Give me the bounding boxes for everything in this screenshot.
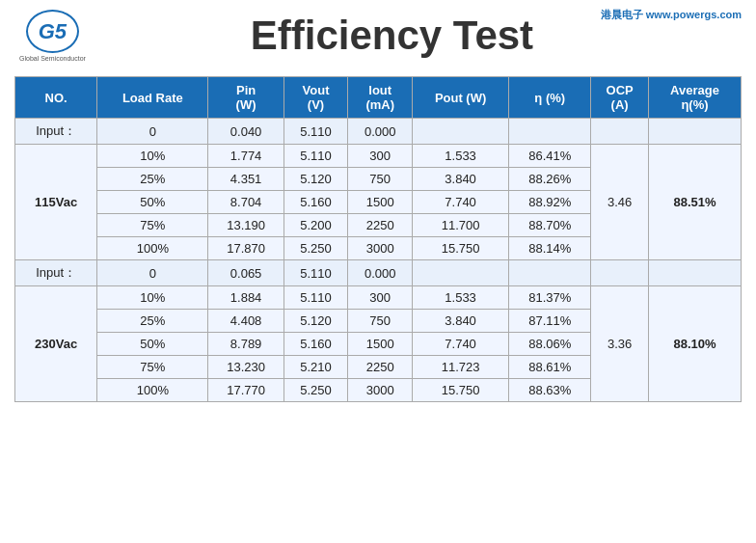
load-rate: 75% [97,214,208,237]
eta: 88.61% [509,356,591,379]
pout: 1.533 [413,145,509,168]
eta: 88.26% [509,168,591,191]
pin: 17.870 [208,237,284,260]
pin: 13.190 [208,214,284,237]
input-pin: 0.065 [208,260,284,286]
pin: 1.774 [208,145,284,168]
input-eta [509,119,591,145]
ocp-value: 3.46 [591,145,649,260]
vout: 5.210 [284,356,348,379]
col-no: NO. [15,77,97,119]
vout: 5.120 [284,168,348,191]
iout: 3000 [348,379,413,402]
eta: 88.63% [509,379,591,402]
average-value: 88.10% [648,286,741,402]
pout: 1.533 [413,286,509,310]
pin: 4.351 [208,168,284,191]
table-container: NO. Load Rate Pin(W) Vout(V) Iout(mA) Po… [0,67,756,412]
vout: 5.250 [284,237,348,260]
load-rate: 25% [97,168,208,191]
input-row: Input： 0 0.065 5.110 0.000 [15,260,742,286]
eta: 87.11% [509,310,591,333]
table-row: 230Vac 10% 1.884 5.110 300 1.533 81.37% … [15,286,742,310]
load-rate: 100% [97,237,208,260]
logo-subtitle: Global Semiconductor [19,55,86,62]
eta: 88.92% [509,191,591,214]
header: G5 Global Semiconductor Efficiency Test … [0,0,756,67]
input-load-rate: 0 [97,260,208,286]
vout: 5.110 [284,145,348,168]
iout: 1500 [348,333,413,356]
eta: 86.41% [509,145,591,168]
watermark: 港晨电子 www.powergs.com [601,8,742,22]
load-rate: 75% [97,356,208,379]
input-pin: 0.040 [208,119,284,145]
input-pout [413,119,509,145]
pout: 11.700 [413,214,509,237]
page-title: Efficiency Test [105,13,679,59]
pout: 15.750 [413,237,509,260]
load-rate: 10% [97,145,208,168]
input-load-rate: 0 [97,119,208,145]
ocp-value: 3.36 [591,286,649,402]
pin: 1.884 [208,286,284,310]
pout: 11.723 [413,356,509,379]
pin: 8.789 [208,333,284,356]
group-label: 230Vac [15,286,97,402]
input-ocp [591,260,649,286]
input-avg [648,260,741,286]
load-rate: 50% [97,333,208,356]
iout: 300 [348,286,413,310]
input-iout: 0.000 [348,119,413,145]
eta: 88.70% [509,214,591,237]
vout: 5.200 [284,214,348,237]
pout: 15.750 [413,379,509,402]
vout: 5.160 [284,191,348,214]
input-no: Input： [15,260,97,286]
pout: 7.740 [413,333,509,356]
iout: 2250 [348,356,413,379]
col-iout: Iout(mA) [348,77,413,119]
eta: 88.14% [509,237,591,260]
input-avg [648,119,741,145]
iout: 300 [348,145,413,168]
input-iout: 0.000 [348,260,413,286]
pin: 8.704 [208,191,284,214]
pin: 4.408 [208,310,284,333]
col-ocp: OCP(A) [591,77,649,119]
pout: 3.840 [413,168,509,191]
logo-area: G5 Global Semiconductor [19,10,86,62]
eta: 88.06% [509,333,591,356]
group-label: 115Vac [15,145,97,260]
col-pin: Pin(W) [208,77,284,119]
average-value: 88.51% [648,145,741,260]
input-pout [413,260,509,286]
pin: 13.230 [208,356,284,379]
iout: 750 [348,168,413,191]
iout: 2250 [348,214,413,237]
col-average: Averageη(%) [648,77,741,119]
efficiency-table: NO. Load Rate Pin(W) Vout(V) Iout(mA) Po… [14,76,742,402]
input-eta [509,260,591,286]
load-rate: 25% [97,310,208,333]
logo-circle: G5 [26,10,79,53]
vout: 5.160 [284,333,348,356]
iout: 1500 [348,191,413,214]
input-vout: 5.110 [284,119,348,145]
col-pout: Pout (W) [413,77,509,119]
input-vout: 5.110 [284,260,348,286]
table-row: 115Vac 10% 1.774 5.110 300 1.533 86.41% … [15,145,742,168]
pin: 17.770 [208,379,284,402]
pout: 3.840 [413,310,509,333]
table-header-row: NO. Load Rate Pin(W) Vout(V) Iout(mA) Po… [15,77,742,119]
vout: 5.250 [284,379,348,402]
col-load-rate: Load Rate [97,77,208,119]
iout: 3000 [348,237,413,260]
col-eta: η (%) [509,77,591,119]
eta: 81.37% [509,286,591,310]
vout: 5.120 [284,310,348,333]
logo-text: G5 [39,19,67,44]
iout: 750 [348,310,413,333]
load-rate: 50% [97,191,208,214]
load-rate: 100% [97,379,208,402]
